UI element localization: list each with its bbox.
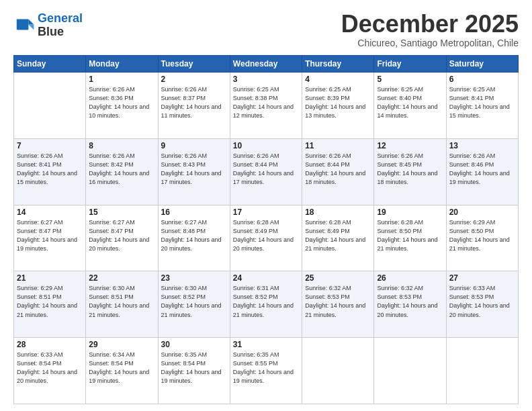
calendar-cell: 15Sunrise: 6:27 AMSunset: 8:47 PMDayligh… [86, 205, 158, 271]
calendar-cell: 31Sunrise: 6:35 AMSunset: 8:55 PMDayligh… [230, 338, 302, 404]
calendar-cell: 22Sunrise: 6:30 AMSunset: 8:51 PMDayligh… [86, 271, 158, 338]
day-number: 21 [17, 273, 83, 283]
day-number: 3 [233, 75, 299, 84]
cell-info: Sunrise: 6:26 AMSunset: 8:44 PMDaylight:… [305, 152, 371, 187]
logo-line2: Blue [38, 26, 83, 39]
calendar-week-row: 14Sunrise: 6:27 AMSunset: 8:47 PMDayligh… [14, 205, 519, 271]
day-number: 1 [89, 75, 154, 84]
cell-info: Sunrise: 6:27 AMSunset: 8:48 PMDaylight:… [161, 218, 227, 253]
calendar-cell: 2Sunrise: 6:26 AMSunset: 8:37 PMDaylight… [158, 73, 230, 139]
svg-marker-1 [28, 24, 34, 30]
calendar-cell: 25Sunrise: 6:32 AMSunset: 8:53 PMDayligh… [302, 271, 374, 338]
calendar-cell [374, 338, 446, 404]
cell-info: Sunrise: 6:28 AMSunset: 8:50 PMDaylight:… [377, 218, 443, 253]
cell-info: Sunrise: 6:33 AMSunset: 8:54 PMDaylight:… [17, 351, 83, 385]
cell-info: Sunrise: 6:26 AMSunset: 8:46 PMDaylight:… [449, 152, 515, 187]
day-number: 12 [377, 141, 443, 150]
day-number: 15 [89, 208, 154, 217]
calendar-week-row: 1Sunrise: 6:26 AMSunset: 8:36 PMDaylight… [14, 73, 519, 139]
day-number: 11 [305, 141, 371, 150]
calendar-cell: 3Sunrise: 6:25 AMSunset: 8:38 PMDaylight… [230, 73, 302, 139]
day-number: 4 [305, 75, 371, 84]
cell-info: Sunrise: 6:28 AMSunset: 8:49 PMDaylight:… [305, 218, 371, 253]
cell-info: Sunrise: 6:30 AMSunset: 8:52 PMDaylight:… [161, 284, 227, 319]
cell-info: Sunrise: 6:28 AMSunset: 8:49 PMDaylight:… [233, 218, 299, 253]
calendar-week-row: 7Sunrise: 6:26 AMSunset: 8:41 PMDaylight… [14, 138, 519, 205]
calendar-cell: 28Sunrise: 6:33 AMSunset: 8:54 PMDayligh… [14, 338, 86, 404]
title-block: December 2025 Chicureo, Santiago Metropo… [341, 12, 519, 48]
calendar-cell: 14Sunrise: 6:27 AMSunset: 8:47 PMDayligh… [14, 205, 86, 271]
header: General Blue December 2025 Chicureo, San… [13, 12, 519, 48]
calendar-cell: 20Sunrise: 6:29 AMSunset: 8:50 PMDayligh… [446, 205, 518, 271]
cell-info: Sunrise: 6:25 AMSunset: 8:39 PMDaylight:… [305, 85, 371, 120]
day-number: 8 [89, 141, 154, 150]
cell-info: Sunrise: 6:25 AMSunset: 8:40 PMDaylight:… [377, 85, 443, 120]
cell-info: Sunrise: 6:25 AMSunset: 8:38 PMDaylight:… [233, 85, 299, 120]
day-number: 13 [449, 141, 515, 150]
day-number: 26 [377, 273, 443, 283]
col-thursday: Thursday [302, 56, 374, 73]
logo: General Blue [13, 12, 83, 39]
day-number: 6 [449, 75, 515, 84]
cell-info: Sunrise: 6:27 AMSunset: 8:47 PMDaylight:… [17, 218, 83, 253]
day-number: 14 [17, 208, 83, 217]
calendar-cell: 29Sunrise: 6:34 AMSunset: 8:54 PMDayligh… [86, 338, 158, 404]
cell-info: Sunrise: 6:29 AMSunset: 8:50 PMDaylight:… [449, 218, 515, 253]
col-friday: Friday [374, 56, 446, 73]
col-wednesday: Wednesday [230, 56, 302, 73]
calendar-cell: 17Sunrise: 6:28 AMSunset: 8:49 PMDayligh… [230, 205, 302, 271]
calendar-cell: 23Sunrise: 6:30 AMSunset: 8:52 PMDayligh… [158, 271, 230, 338]
logo-icon [13, 15, 35, 36]
calendar-cell: 10Sunrise: 6:26 AMSunset: 8:44 PMDayligh… [230, 138, 302, 205]
svg-rect-2 [17, 19, 29, 30]
day-number: 22 [89, 273, 154, 283]
calendar-cell: 12Sunrise: 6:26 AMSunset: 8:45 PMDayligh… [374, 138, 446, 205]
col-saturday: Saturday [446, 56, 518, 73]
logo-line1: General [38, 11, 83, 25]
cell-info: Sunrise: 6:26 AMSunset: 8:42 PMDaylight:… [89, 152, 154, 187]
calendar-cell: 7Sunrise: 6:26 AMSunset: 8:41 PMDaylight… [14, 138, 86, 205]
calendar-cell: 8Sunrise: 6:26 AMSunset: 8:42 PMDaylight… [86, 138, 158, 205]
day-number: 16 [161, 208, 227, 217]
page: General Blue December 2025 Chicureo, San… [0, 0, 532, 411]
calendar-cell: 5Sunrise: 6:25 AMSunset: 8:40 PMDaylight… [374, 73, 446, 139]
day-number: 29 [89, 340, 154, 349]
calendar-week-row: 21Sunrise: 6:29 AMSunset: 8:51 PMDayligh… [14, 271, 519, 338]
day-number: 17 [233, 208, 299, 217]
cell-info: Sunrise: 6:26 AMSunset: 8:36 PMDaylight:… [89, 85, 154, 120]
calendar-cell: 21Sunrise: 6:29 AMSunset: 8:51 PMDayligh… [14, 271, 86, 338]
day-number: 5 [377, 75, 443, 84]
calendar-cell [14, 73, 86, 139]
day-number: 24 [233, 273, 299, 283]
calendar-cell: 26Sunrise: 6:32 AMSunset: 8:53 PMDayligh… [374, 271, 446, 338]
cell-info: Sunrise: 6:32 AMSunset: 8:53 PMDaylight:… [305, 284, 371, 319]
calendar-cell: 9Sunrise: 6:26 AMSunset: 8:43 PMDaylight… [158, 138, 230, 205]
calendar-cell: 6Sunrise: 6:25 AMSunset: 8:41 PMDaylight… [446, 73, 518, 139]
cell-info: Sunrise: 6:31 AMSunset: 8:52 PMDaylight:… [233, 284, 299, 319]
col-tuesday: Tuesday [158, 56, 230, 73]
cell-info: Sunrise: 6:26 AMSunset: 8:43 PMDaylight:… [161, 152, 227, 187]
logo-text: General Blue [38, 12, 83, 39]
calendar-cell: 16Sunrise: 6:27 AMSunset: 8:48 PMDayligh… [158, 205, 230, 271]
day-number: 25 [305, 273, 371, 283]
day-number: 18 [305, 208, 371, 217]
cell-info: Sunrise: 6:35 AMSunset: 8:55 PMDaylight:… [233, 351, 299, 385]
cell-info: Sunrise: 6:33 AMSunset: 8:53 PMDaylight:… [449, 284, 515, 319]
header-row: Sunday Monday Tuesday Wednesday Thursday… [14, 56, 519, 73]
calendar-cell: 19Sunrise: 6:28 AMSunset: 8:50 PMDayligh… [374, 205, 446, 271]
calendar-week-row: 28Sunrise: 6:33 AMSunset: 8:54 PMDayligh… [14, 338, 519, 404]
col-monday: Monday [86, 56, 158, 73]
col-sunday: Sunday [14, 56, 86, 73]
cell-info: Sunrise: 6:26 AMSunset: 8:37 PMDaylight:… [161, 85, 227, 120]
calendar-cell: 27Sunrise: 6:33 AMSunset: 8:53 PMDayligh… [446, 271, 518, 338]
calendar-cell: 13Sunrise: 6:26 AMSunset: 8:46 PMDayligh… [446, 138, 518, 205]
svg-marker-0 [28, 19, 34, 24]
cell-info: Sunrise: 6:26 AMSunset: 8:45 PMDaylight:… [377, 152, 443, 187]
calendar-table: Sunday Monday Tuesday Wednesday Thursday… [13, 55, 519, 404]
calendar-cell [302, 338, 374, 404]
calendar-cell: 24Sunrise: 6:31 AMSunset: 8:52 PMDayligh… [230, 271, 302, 338]
day-number: 9 [161, 141, 227, 150]
day-number: 23 [161, 273, 227, 283]
month-title: December 2025 [341, 12, 519, 36]
calendar-cell [446, 338, 518, 404]
